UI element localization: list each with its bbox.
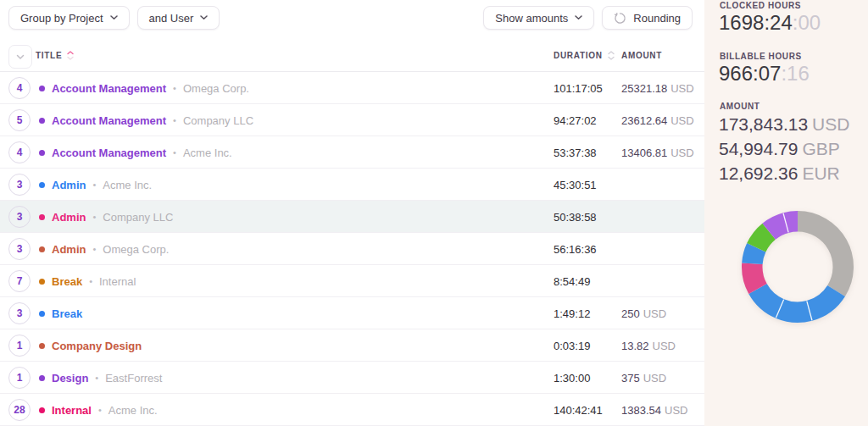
entry-count-badge[interactable]: 5 bbox=[8, 109, 31, 131]
show-amounts-dropdown[interactable]: Show amounts bbox=[483, 6, 594, 30]
rounding-label: Rounding bbox=[633, 12, 681, 25]
billable-hours-value: 966:07:16 bbox=[719, 62, 810, 86]
title-cell: Design • EastForrest bbox=[39, 362, 162, 394]
amount-value: 23612.64USD bbox=[621, 114, 694, 127]
duration-value: 53:37:38 bbox=[554, 147, 597, 159]
client-name: Acme Inc. bbox=[183, 147, 232, 159]
entry-count-badge[interactable]: 28 bbox=[8, 399, 31, 421]
entry-count-cell: 3 bbox=[8, 206, 31, 228]
rounding-button[interactable]: Rounding bbox=[602, 6, 693, 30]
entry-count-cell: 4 bbox=[8, 141, 31, 163]
and-user-label: and User bbox=[149, 12, 194, 25]
project-color-dot bbox=[39, 86, 45, 91]
table-row[interactable]: 1 Design • EastForrest 1:30:00 375USD bbox=[0, 362, 704, 394]
table-row[interactable]: 3 Admin • Acme Inc. 45:30:51 bbox=[0, 169, 704, 201]
entry-count-badge[interactable]: 4 bbox=[8, 77, 31, 99]
donut-segment bbox=[798, 211, 854, 296]
title-cell: Account Management • Omega Corp. bbox=[39, 72, 249, 104]
amount-total-gbp: 54,994.79GBP bbox=[719, 136, 840, 161]
client-name: Omega Corp. bbox=[103, 243, 169, 256]
entry-count-badge[interactable]: 1 bbox=[8, 367, 31, 389]
rounding-clock-icon bbox=[614, 12, 626, 25]
billable-hours-label: BILLABLE HOURS bbox=[720, 52, 802, 61]
entry-count-cell: 1 bbox=[8, 335, 31, 357]
title-column-label: TITLE bbox=[36, 51, 62, 60]
entry-count-cell: 5 bbox=[8, 109, 31, 131]
title-cell: Internal • Acme Inc. bbox=[39, 394, 158, 426]
table-row[interactable]: 28 Internal • Acme Inc. 140:42:41 1383.5… bbox=[0, 394, 704, 426]
entry-count-cell: 3 bbox=[8, 302, 31, 324]
project-color-dot bbox=[39, 182, 45, 188]
chevron-down-icon bbox=[110, 15, 118, 20]
table-row[interactable]: 7 Break • Internal 8:54:49 bbox=[0, 265, 704, 297]
group-by-project-dropdown[interactable]: Group by Project bbox=[8, 6, 130, 30]
duration-value: 101:17:05 bbox=[554, 82, 603, 95]
entry-count-cell: 1 bbox=[8, 367, 31, 389]
project-name[interactable]: Account Management bbox=[52, 82, 166, 95]
entry-count-badge[interactable]: 3 bbox=[8, 174, 31, 196]
table-row[interactable]: 3 Admin • Company LLC 50:38:58 bbox=[0, 201, 704, 233]
duration-value: 56:16:36 bbox=[554, 243, 597, 256]
title-cell: Account Management • Acme Inc. bbox=[39, 136, 232, 169]
column-header-amount[interactable]: AMOUNT bbox=[621, 51, 662, 60]
table-row[interactable]: 5 Account Management • Company LLC 94:27… bbox=[0, 104, 704, 136]
clocked-hours-label: CLOCKED HOURS bbox=[720, 1, 801, 10]
entry-count-cell: 28 bbox=[8, 399, 31, 421]
entry-count-badge[interactable]: 4 bbox=[8, 141, 31, 163]
project-name[interactable]: Admin bbox=[52, 211, 86, 224]
report-table-panel: Group by Project and User Show amounts bbox=[0, 0, 704, 426]
clocked-hours-value: 1698:24:00 bbox=[719, 11, 821, 35]
grouping-controls: Group by Project and User bbox=[8, 6, 220, 30]
amount-value: 375USD bbox=[621, 372, 666, 385]
title-cell: Break • Internal bbox=[39, 265, 136, 297]
project-name[interactable]: Internal bbox=[52, 404, 92, 417]
entry-count-cell: 7 bbox=[8, 270, 31, 292]
table-row[interactable]: 3 Break • 1:49:12 250USD bbox=[0, 297, 704, 329]
select-all-dropdown[interactable] bbox=[8, 45, 32, 69]
table-row[interactable]: 4 Account Management • Omega Corp. 101:1… bbox=[0, 72, 704, 104]
sort-ascending-icon bbox=[67, 51, 74, 60]
duration-value: 1:49:12 bbox=[554, 307, 590, 320]
project-name[interactable]: Admin bbox=[52, 179, 86, 191]
entry-count-badge[interactable]: 3 bbox=[8, 238, 31, 260]
entry-count-cell: 3 bbox=[8, 238, 31, 260]
report-toolbar: Group by Project and User Show amounts bbox=[8, 6, 693, 30]
project-name[interactable]: Account Management bbox=[52, 114, 166, 127]
amount-value: 25321.18USD bbox=[621, 82, 694, 95]
project-name[interactable]: Design bbox=[52, 372, 88, 385]
project-color-dot bbox=[39, 246, 45, 252]
entry-count-badge[interactable]: 3 bbox=[8, 206, 31, 228]
bullet-separator: • bbox=[92, 212, 96, 222]
amount-value: 1383.54USD bbox=[621, 404, 687, 417]
duration-value: 0:03:19 bbox=[554, 340, 590, 352]
project-color-dot bbox=[39, 343, 45, 349]
bullet-separator: • bbox=[173, 147, 176, 158]
table-row[interactable]: 3 Admin • Omega Corp. 56:16:36 bbox=[0, 233, 704, 265]
project-name[interactable]: Company Design bbox=[52, 340, 142, 352]
title-cell: Admin • Acme Inc. bbox=[39, 169, 152, 201]
sort-icon bbox=[608, 51, 615, 60]
entry-count-badge[interactable]: 1 bbox=[8, 335, 31, 357]
entry-count-badge[interactable]: 3 bbox=[8, 302, 31, 324]
client-name: Internal bbox=[99, 275, 136, 288]
project-color-dot bbox=[39, 407, 45, 413]
duration-column-label: DURATION bbox=[554, 51, 603, 60]
duration-value: 140:42:41 bbox=[554, 404, 603, 417]
project-name[interactable]: Admin bbox=[52, 243, 86, 256]
and-user-dropdown[interactable]: and User bbox=[137, 6, 220, 30]
amount-total-usd: 173,843.13USD bbox=[719, 112, 849, 136]
table-row[interactable]: 4 Account Management • Acme Inc. 53:37:3… bbox=[0, 136, 704, 169]
client-name: Company LLC bbox=[183, 114, 253, 127]
entry-count-badge[interactable]: 7 bbox=[8, 270, 31, 292]
table-row[interactable]: 1 Company Design • 0:03:19 13.82USD bbox=[0, 329, 704, 362]
entry-count-cell: 4 bbox=[8, 77, 31, 99]
project-name[interactable]: Break bbox=[52, 307, 82, 320]
bullet-separator: • bbox=[92, 244, 96, 254]
project-name[interactable]: Account Management bbox=[52, 147, 166, 159]
amount-value: 250USD bbox=[621, 307, 666, 320]
project-color-dot bbox=[39, 375, 45, 381]
column-header-duration[interactable]: DURATION bbox=[554, 51, 615, 60]
client-name: EastForrest bbox=[105, 372, 162, 385]
column-header-title[interactable]: TITLE bbox=[36, 51, 74, 60]
project-name[interactable]: Break bbox=[52, 275, 82, 288]
